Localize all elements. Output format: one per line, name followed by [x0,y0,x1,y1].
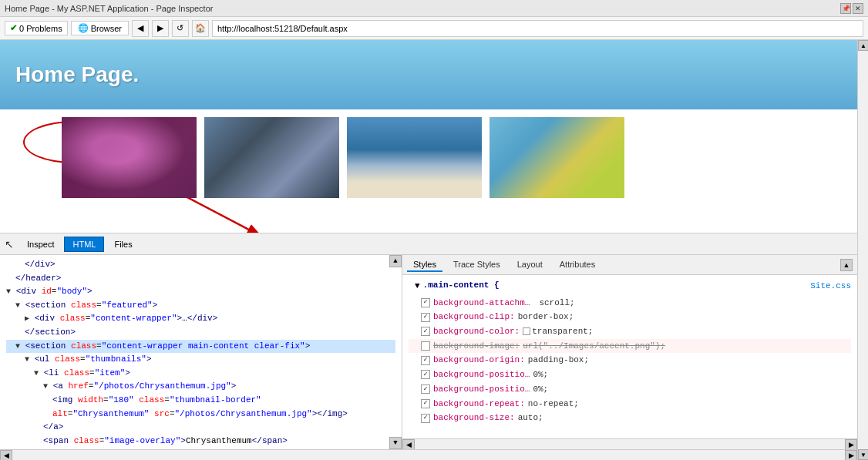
window-controls: 📌 ✕ [840,3,863,14]
html-line: </li> [6,448,395,449]
style-checkbox-6[interactable] [421,384,430,394]
styles-bottom-scrollbar[interactable]: ◀ ▶ [402,438,857,449]
check-icon: ✔ [10,23,17,33]
styles-selector: .main-content { [420,278,500,293]
nav-home-button[interactable]: 🏠 [192,20,209,37]
styles-content[interactable]: ▼ .main-content { Site.css background-at… [402,275,857,438]
style-row-4: background-origin: padding-box; [409,353,851,368]
inspector-tab-bar: ↖ Inspect HTML Files [0,233,857,255]
html-line-highlighted[interactable]: <section class="content-wrapper main-con… [6,340,395,354]
style-row-3: background-image: url("../Images/accent.… [409,339,851,354]
browser-viewport: Home Page. [0,40,857,460]
page-header: Home Page. [0,40,857,109]
style-checkbox-2[interactable] [421,327,430,336]
style-val-6: 0%; [533,382,548,397]
styles-scroll-up[interactable]: ▲ [840,259,853,271]
viewport-scroll-up[interactable]: ▲ [858,40,868,51]
style-prop-8: background-size: [433,411,515,425]
style-checkbox-5[interactable] [421,370,430,379]
html-line[interactable]: <div class="content-wrapper">…</div> [6,312,395,326]
html-line: <span class="image-overlay">Chrysanthemu… [6,435,395,448]
scroll-down-button[interactable]: ▼ [389,437,402,449]
style-row-7: background-repeat: no-repeat; [409,397,851,411]
style-prop-0: background-attachm… [433,296,530,311]
problems-count: 0 Problems [19,24,62,33]
styles-tab-layout[interactable]: Layout [511,258,549,272]
style-checkbox-0[interactable] [421,298,430,307]
styles-source-file[interactable]: Site.css [810,279,851,294]
browser-button[interactable]: 🌐 Browser [71,21,129,35]
collapse-triangle[interactable]: ▼ [409,279,420,294]
style-prop-6: background-positio… [433,382,530,397]
tab-html[interactable]: HTML [64,237,104,252]
styles-panel: Styles Trace Styles Layout Attributes ▲ … [402,255,857,449]
style-checkbox-4[interactable] [421,356,430,365]
html-line[interactable]: <div id="body"> [6,285,395,299]
title-bar: Home Page - My ASP.NET Application - Pag… [0,0,868,17]
address-bar[interactable] [212,20,863,37]
nav-forward-button[interactable]: ▶ [152,20,169,37]
scroll-up-button[interactable]: ▲ [389,255,402,267]
style-checkbox-7[interactable] [421,399,430,408]
style-row-1: background-clip: border-box; [409,310,851,324]
html-line: </section> [6,326,395,340]
viewport-scrollbar: ▲ ▼ [857,40,868,460]
tab-inspect[interactable]: Inspect [19,237,62,252]
html-line[interactable]: <ul class="thumbnails"> [6,353,395,367]
style-prop-7: background-repeat: [433,397,525,411]
style-row-2: background-color: transparent; [409,324,851,339]
html-scroll-right[interactable]: ▶ [845,450,857,461]
scroll-left-button[interactable]: ◀ [402,439,415,450]
main-area: Home Page. [0,40,868,460]
html-line: alt="Chrysanthemum" src="/photos/Chrysan… [6,408,395,421]
tab-files[interactable]: Files [106,237,140,252]
globe-icon: 🌐 [78,23,89,33]
style-val-8: auto; [518,411,543,425]
style-prop-3: background-image: [433,339,520,354]
window-title: Home Page - My ASP.NET Application - Pag… [5,4,213,13]
styles-source-row: ▼ .main-content { Site.css [409,278,851,294]
page-content: Home Page. [0,40,857,233]
scrollbar-track-h [415,439,845,450]
style-row-8: background-size: auto; [409,411,851,425]
html-pane[interactable]: ▲ ▼ </div> </header> <div id="body"> <se… [0,255,402,449]
styles-tab-styles[interactable]: Styles [407,258,442,272]
style-checkbox-3[interactable] [421,341,430,351]
style-checkbox-1[interactable] [421,313,430,322]
scroll-right-button[interactable]: ▶ [845,439,857,450]
styles-tab-attributes[interactable]: Attributes [553,258,601,272]
style-row-5: background-positio… 0%; [409,368,851,382]
html-line: </header> [6,272,395,286]
styles-tab-trace[interactable]: Trace Styles [447,258,506,272]
nav-refresh-button[interactable]: ↺ [172,20,189,37]
style-checkbox-8[interactable] [421,414,430,423]
html-line[interactable]: <a href="/photos/Chrysanthemum.jpg"> [6,380,395,394]
html-line: <img width="180" class="thumbnail-border… [6,394,395,408]
style-row-6: background-positio… 0%; [409,382,851,397]
html-line[interactable]: <section class="featured"> [6,299,395,313]
viewport-scroll-down[interactable]: ▼ [858,449,868,460]
thumbnail-area [0,109,857,206]
close-button[interactable]: ✕ [853,3,863,14]
problems-badge: ✔ 0 Problems [5,21,68,35]
html-line: </div> [6,258,395,272]
style-val-5: 0%; [533,368,548,382]
style-prop-4: background-origin: [433,353,525,368]
html-line[interactable]: <li class="item"> [6,367,395,381]
thumbnail-flowers2 [490,117,624,198]
style-val-1: border-box; [518,310,574,324]
pin-button[interactable]: 📌 [840,3,851,14]
viewport-scroll-track [858,51,868,449]
style-val-3: url("../Images/accent.png"); [523,339,665,354]
html-scroll-left[interactable]: ◀ [0,450,12,461]
style-row-0: background-attachm… scroll; [409,296,851,311]
inspector-content: ▲ ▼ </div> </header> <div id="body"> <se… [0,255,857,449]
style-prop-1: background-clip: [433,310,515,324]
nav-back-button[interactable]: ◀ [132,20,149,37]
style-prop-5: background-positio… [433,368,530,382]
style-val-2: transparent; [532,324,593,339]
style-val-0: scroll; [539,296,574,311]
toolbar: ✔ 0 Problems 🌐 Browser ◀ ▶ ↺ 🏠 [0,17,868,40]
style-val-7: no-repeat; [528,397,579,411]
html-bottom-scrollbar[interactable]: ◀ ▶ [0,449,857,460]
